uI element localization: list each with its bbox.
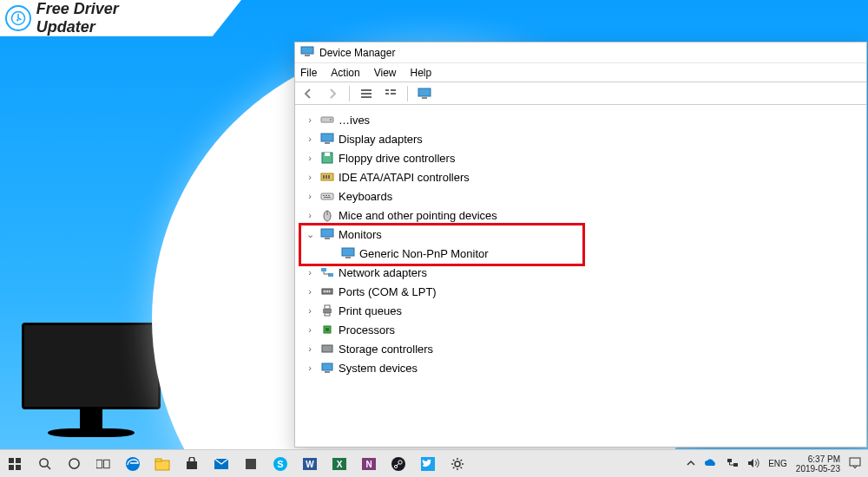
taskbar-app-excel[interactable]: X bbox=[325, 450, 354, 477]
tree-item-monitors[interactable]: ⌄ Monitors bbox=[295, 225, 866, 244]
tray-clock[interactable]: 6:37 PM 2019-05-23 bbox=[796, 454, 840, 474]
svg-rect-61 bbox=[187, 461, 197, 469]
tray-time: 6:37 PM bbox=[796, 454, 840, 464]
cortana-icon[interactable] bbox=[59, 450, 89, 477]
taskbar-app-skype[interactable]: S bbox=[266, 450, 295, 477]
taskbar-app-onenote[interactable]: N bbox=[354, 450, 384, 477]
menu-view[interactable]: View bbox=[374, 67, 397, 79]
tree-item-processors[interactable]: › Processors bbox=[295, 320, 866, 339]
expand-icon[interactable]: › bbox=[304, 210, 316, 220]
tree-item-label: Mice and other pointing devices bbox=[339, 209, 497, 222]
menu-help[interactable]: Help bbox=[411, 67, 432, 79]
expand-icon[interactable]: › bbox=[304, 343, 316, 354]
expand-icon[interactable]: › bbox=[304, 324, 316, 335]
taskbar-app-explorer[interactable] bbox=[148, 450, 177, 477]
network-icon bbox=[319, 265, 335, 280]
expand-icon[interactable]: › bbox=[304, 191, 316, 201]
expand-icon[interactable]: › bbox=[304, 153, 316, 163]
tree-item-mice[interactable]: › Mice and other pointing devices bbox=[295, 206, 866, 225]
taskbar-app-mail[interactable] bbox=[207, 450, 236, 477]
toolbar-forward-icon[interactable] bbox=[325, 86, 340, 101]
expand-icon[interactable]: › bbox=[304, 172, 316, 182]
tree-item-label: IDE ATA/ATAPI controllers bbox=[339, 171, 470, 184]
task-view-icon[interactable] bbox=[89, 450, 118, 477]
expand-spacer bbox=[325, 248, 337, 258]
decorative-monitor-graphic bbox=[17, 323, 165, 444]
svg-text:S: S bbox=[277, 459, 283, 469]
expand-icon[interactable]: › bbox=[304, 286, 316, 297]
svg-rect-39 bbox=[329, 291, 330, 292]
tray-notifications-icon[interactable] bbox=[849, 457, 861, 471]
tray-network-icon[interactable] bbox=[727, 458, 739, 470]
system-icon bbox=[319, 360, 335, 376]
expand-icon[interactable]: › bbox=[304, 305, 316, 316]
taskbar-app-twitter[interactable] bbox=[413, 450, 443, 477]
tree-item-label: Storage controllers bbox=[339, 343, 433, 356]
expand-icon[interactable]: › bbox=[304, 363, 316, 373]
toolbar-list-icon[interactable] bbox=[358, 86, 374, 101]
device-manager-window: Device Manager File Action View Help › …… bbox=[294, 42, 867, 448]
svg-rect-59 bbox=[155, 461, 169, 470]
taskbar-app-settings[interactable] bbox=[443, 450, 472, 477]
taskbar-app-steam[interactable] bbox=[384, 450, 413, 477]
svg-rect-52 bbox=[16, 465, 21, 470]
tree-item-floppy[interactable]: › Floppy drive controllers bbox=[295, 148, 866, 167]
toolbar-list2-icon[interactable] bbox=[383, 86, 398, 101]
taskbar-app-word[interactable]: W bbox=[295, 450, 325, 477]
tree-item-drives[interactable]: › …ives bbox=[295, 110, 866, 129]
svg-text:X: X bbox=[337, 460, 343, 469]
svg-rect-15 bbox=[325, 142, 330, 144]
tree-item-display-adapters[interactable]: › Display adapters bbox=[295, 129, 866, 148]
tray-volume-icon[interactable] bbox=[747, 458, 760, 470]
svg-rect-38 bbox=[327, 291, 328, 292]
window-title: Device Manager bbox=[319, 47, 395, 59]
expand-icon[interactable]: › bbox=[304, 114, 316, 125]
menu-action[interactable]: Action bbox=[331, 67, 359, 79]
menu-file[interactable]: File bbox=[300, 67, 317, 79]
tray-onedrive-icon[interactable] bbox=[704, 458, 718, 470]
window-titlebar[interactable]: Device Manager bbox=[295, 42, 866, 63]
collapse-icon[interactable]: ⌄ bbox=[304, 229, 316, 240]
tree-item-system-devices[interactable]: › System devices bbox=[295, 358, 866, 377]
floppy-icon bbox=[319, 150, 335, 166]
tree-item-label: Processors bbox=[339, 323, 395, 337]
tree-item-storage[interactable]: › Storage controllers bbox=[295, 339, 866, 358]
mouse-icon bbox=[319, 207, 335, 223]
taskbar-left: S W X N bbox=[0, 450, 472, 477]
taskbar-app-generic[interactable] bbox=[236, 450, 266, 477]
svg-rect-5 bbox=[361, 96, 372, 98]
taskbar-app-store[interactable] bbox=[177, 450, 207, 477]
tree-item-label: Floppy drive controllers bbox=[339, 152, 455, 165]
svg-rect-4 bbox=[361, 93, 372, 95]
tray-language[interactable]: ENG bbox=[768, 459, 787, 468]
tree-item-network[interactable]: › Network adapters bbox=[295, 263, 866, 282]
svg-rect-31 bbox=[342, 248, 354, 256]
tree-item-generic-monitor[interactable]: Generic Non-PnP Monitor bbox=[295, 244, 866, 263]
monitor-icon bbox=[340, 245, 356, 261]
svg-rect-78 bbox=[727, 459, 732, 462]
toolbar-monitor-icon[interactable] bbox=[417, 86, 432, 101]
drive-icon bbox=[319, 112, 335, 127]
tray-chevron-icon[interactable] bbox=[687, 459, 695, 469]
tree-item-keyboards[interactable]: › Keyboards bbox=[295, 186, 866, 206]
tree-item-print-queues[interactable]: › Print queues bbox=[295, 301, 866, 320]
search-icon[interactable] bbox=[30, 450, 59, 477]
expand-icon[interactable]: › bbox=[304, 134, 316, 144]
brand-title: Free Driver Updater bbox=[36, 0, 181, 36]
svg-rect-25 bbox=[328, 195, 330, 196]
tree-item-ports[interactable]: › Ports (COM & LPT) bbox=[295, 282, 866, 301]
toolbar-back-icon[interactable] bbox=[300, 86, 316, 101]
taskbar-app-edge[interactable] bbox=[118, 450, 148, 477]
svg-text:W: W bbox=[306, 460, 314, 469]
svg-rect-10 bbox=[418, 88, 431, 96]
svg-rect-60 bbox=[155, 459, 161, 461]
tree-item-ide[interactable]: › IDE ATA/ATAPI controllers bbox=[295, 167, 866, 186]
svg-rect-51 bbox=[9, 465, 14, 470]
svg-rect-26 bbox=[324, 197, 331, 198]
svg-rect-48 bbox=[325, 371, 330, 373]
toolbar-divider bbox=[349, 86, 350, 101]
svg-rect-50 bbox=[16, 458, 21, 463]
toolbar bbox=[295, 82, 866, 105]
start-button[interactable] bbox=[0, 450, 30, 477]
expand-icon[interactable]: › bbox=[304, 267, 316, 278]
